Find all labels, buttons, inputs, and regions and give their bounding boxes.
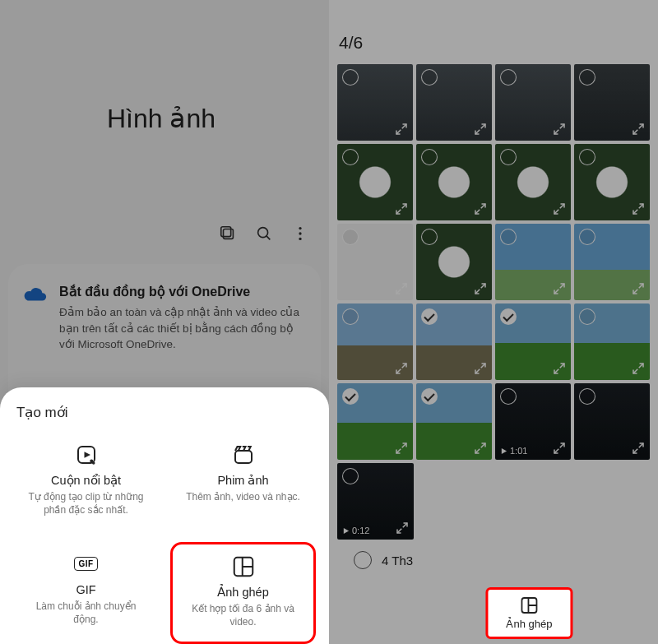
create-item-title: Cuộn nổi bật: [23, 474, 149, 487]
photo-thumb[interactable]: [495, 303, 571, 380]
select-circle[interactable]: [500, 308, 517, 325]
photo-thumb[interactable]: [416, 303, 492, 380]
photo-thumb[interactable]: [416, 224, 492, 300]
select-circle[interactable]: [421, 69, 438, 86]
create-item-gif[interactable]: GIFGIFLàm chuỗi ảnh chuyển động.: [13, 542, 159, 644]
expand-icon[interactable]: [473, 361, 488, 376]
create-item-title: Ảnh ghép: [183, 586, 304, 599]
expand-icon[interactable]: [473, 122, 488, 137]
create-item-phim-ảnh[interactable]: Phim ảnhThêm ảnh, video và nhạc.: [170, 433, 316, 530]
select-circle[interactable]: [500, 149, 517, 165]
right-pane: 4/6 1:010:12 4 Th3 Ảnh ghép: [329, 0, 658, 644]
selection-counter: 4/6: [329, 0, 658, 64]
expand-icon[interactable]: [631, 281, 646, 296]
photo-thumb[interactable]: [337, 224, 413, 300]
photo-thumb[interactable]: [337, 144, 413, 220]
photo-thumb[interactable]: [574, 383, 650, 460]
select-circle[interactable]: [579, 149, 595, 165]
expand-icon[interactable]: [394, 122, 409, 137]
select-circle[interactable]: [342, 388, 359, 405]
select-circle[interactable]: [342, 149, 359, 165]
select-circle[interactable]: [500, 229, 517, 245]
select-circle[interactable]: [500, 388, 517, 405]
select-circle[interactable]: [579, 69, 595, 86]
svg-rect-1: [221, 227, 231, 237]
svg-point-6: [299, 238, 301, 240]
photo-thumb[interactable]: 0:12: [337, 463, 414, 540]
expand-icon[interactable]: [394, 202, 409, 216]
select-circle[interactable]: [579, 308, 595, 325]
create-item-title: Phim ảnh: [180, 474, 306, 487]
page-title: Hình ảnh: [0, 0, 329, 134]
select-circle[interactable]: [579, 388, 595, 405]
photo-grid: 1:010:12: [329, 64, 658, 540]
photo-thumb[interactable]: [495, 144, 571, 220]
video-duration: 0:12: [342, 526, 369, 535]
expand-icon[interactable]: [552, 281, 567, 296]
expand-icon[interactable]: [552, 361, 567, 376]
left-pane: Hình ảnh Bắt đầu đồng bộ với OneDrive Đả…: [0, 0, 329, 644]
expand-icon[interactable]: [473, 202, 488, 216]
select-circle[interactable]: [500, 69, 517, 86]
expand-icon[interactable]: [631, 202, 646, 216]
photo-thumb[interactable]: [495, 64, 571, 141]
onedrive-desc: Đảm bảo an toàn và cập nhật ảnh và video…: [59, 304, 306, 353]
collage-icon: [229, 553, 257, 581]
select-circle[interactable]: [421, 149, 438, 165]
create-item-ảnh-ghép[interactable]: Ảnh ghépKết hợp tối đa 6 ảnh và video.: [170, 542, 316, 644]
svg-rect-0: [224, 229, 234, 239]
photo-thumb[interactable]: [574, 303, 650, 380]
multi-select-icon[interactable]: [219, 225, 237, 246]
photo-thumb[interactable]: [337, 64, 413, 141]
photo-thumb[interactable]: [416, 64, 492, 141]
photo-thumb[interactable]: [416, 383, 492, 460]
expand-icon[interactable]: [552, 441, 567, 456]
select-circle[interactable]: [342, 468, 359, 484]
select-circle[interactable]: [579, 229, 595, 245]
select-circle[interactable]: [421, 308, 438, 325]
expand-icon[interactable]: [395, 521, 410, 535]
photo-thumb[interactable]: [337, 303, 413, 380]
expand-icon[interactable]: [631, 122, 646, 137]
svg-line-3: [266, 236, 270, 239]
select-circle[interactable]: [342, 69, 359, 86]
expand-icon[interactable]: [631, 441, 646, 456]
photo-thumb[interactable]: [495, 224, 571, 300]
select-circle[interactable]: [421, 388, 438, 405]
clapper-icon: [229, 441, 257, 469]
date-label: 4 Th3: [382, 554, 413, 568]
create-heading: Tạo mới: [16, 404, 313, 421]
svg-point-5: [299, 232, 301, 234]
play-sparkle-icon: [72, 441, 100, 469]
photo-thumb[interactable]: 1:01: [495, 383, 571, 460]
svg-point-4: [299, 227, 301, 229]
video-duration: 1:01: [500, 446, 527, 456]
select-circle[interactable]: [421, 229, 438, 245]
photo-thumb[interactable]: [574, 64, 650, 141]
select-circle[interactable]: [342, 229, 359, 245]
create-item-desc: Làm chuỗi ảnh chuyển động.: [23, 600, 149, 626]
expand-icon[interactable]: [631, 361, 646, 376]
collage-button[interactable]: Ảnh ghép: [485, 587, 572, 639]
create-item-desc: Thêm ảnh, video và nhạc.: [180, 490, 306, 503]
expand-icon[interactable]: [552, 122, 567, 137]
search-icon[interactable]: [255, 225, 273, 246]
more-icon[interactable]: [291, 225, 309, 246]
create-item-cuộn-nổi-bật[interactable]: Cuộn nổi bậtTự động tạo clip từ những ph…: [13, 433, 159, 530]
photo-thumb[interactable]: [574, 224, 650, 300]
expand-icon[interactable]: [552, 202, 567, 216]
select-circle[interactable]: [342, 308, 359, 325]
expand-icon[interactable]: [394, 441, 409, 456]
svg-rect-10: [235, 451, 252, 463]
svg-point-8: [90, 461, 92, 462]
expand-icon[interactable]: [473, 281, 488, 296]
photo-thumb[interactable]: [574, 144, 650, 220]
expand-icon[interactable]: [473, 441, 488, 456]
expand-icon[interactable]: [394, 361, 409, 376]
expand-icon[interactable]: [394, 281, 409, 296]
onedrive-text: Bắt đầu đồng bộ với OneDrive Đảm bảo an …: [59, 284, 306, 353]
photo-thumb[interactable]: [337, 383, 413, 460]
create-item-title: GIF: [23, 583, 149, 596]
date-select-circle[interactable]: [354, 551, 372, 569]
photo-thumb[interactable]: [416, 144, 492, 220]
